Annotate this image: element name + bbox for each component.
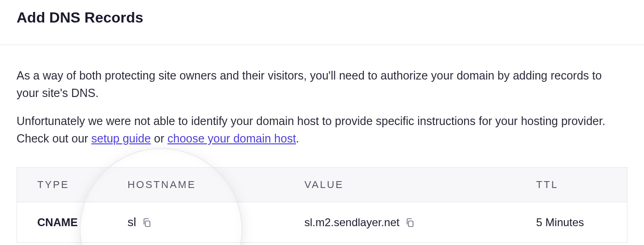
- section-divider: [0, 45, 644, 45]
- intro-text-after: .: [296, 132, 299, 145]
- col-header-hostname: HOSTNAME: [115, 168, 292, 202]
- copy-icon[interactable]: [405, 217, 415, 228]
- page-title: Add DNS Records: [17, 9, 627, 26]
- setup-guide-link[interactable]: setup guide: [92, 132, 151, 145]
- col-header-type: TYPE: [17, 168, 115, 202]
- col-header-ttl: TTL: [523, 168, 627, 202]
- cell-ttl: 5 Minutes: [523, 202, 627, 243]
- cell-hostname: sl: [127, 215, 136, 229]
- intro-paragraph-1: As a way of both protecting site owners …: [17, 67, 605, 102]
- col-header-value: VALUE: [292, 168, 523, 202]
- dns-records-table: TYPE HOSTNAME VALUE TTL CNAME sl: [17, 167, 627, 243]
- choose-domain-host-link[interactable]: choose your domain host: [167, 132, 296, 145]
- cell-type: CNAME: [17, 202, 115, 243]
- svg-rect-0: [145, 221, 150, 226]
- svg-rect-1: [408, 221, 413, 226]
- intro-text-mid: or: [151, 132, 167, 145]
- cell-value: sl.m2.sendlayer.net: [305, 216, 400, 229]
- table-row: CNAME sl: [17, 202, 627, 243]
- copy-icon[interactable]: [142, 217, 152, 228]
- intro-paragraph-2: Unfortunately we were not able to identi…: [17, 113, 605, 147]
